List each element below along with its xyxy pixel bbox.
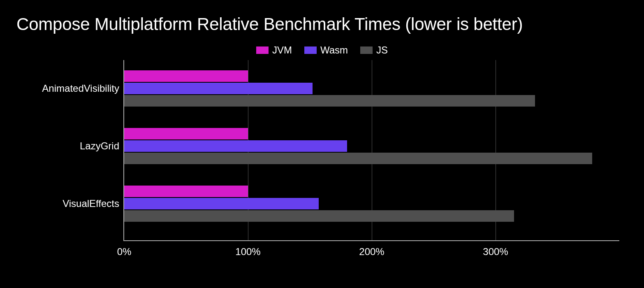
- x-tick-label: 100%: [235, 240, 260, 258]
- chart-legend: JVM Wasm JS: [0, 44, 644, 56]
- legend-label-js: JS: [376, 44, 388, 56]
- y-category-label: VisualEffects: [63, 198, 124, 209]
- x-tick-label: 0%: [117, 240, 132, 258]
- swatch-jvm: [256, 46, 269, 54]
- chart-plot: 0%100%200%300%AnimatedVisibilityLazyGrid…: [123, 60, 619, 241]
- bar-jvm: [124, 186, 248, 197]
- bar-jvm: [124, 70, 248, 82]
- x-tick-label: 300%: [483, 240, 508, 258]
- bar-jvm: [124, 128, 248, 139]
- legend-item-jvm: JVM: [256, 44, 292, 56]
- swatch-wasm: [304, 46, 317, 54]
- bar-wasm: [124, 140, 347, 152]
- bar-wasm: [124, 198, 319, 209]
- legend-label-jvm: JVM: [272, 44, 292, 56]
- chart-title: Compose Multiplatform Relative Benchmark…: [0, 0, 644, 34]
- bar-js: [124, 153, 592, 164]
- swatch-js: [360, 46, 373, 54]
- legend-label-wasm: Wasm: [320, 44, 348, 56]
- bar-wasm: [124, 83, 313, 94]
- y-category-label: AnimatedVisibility: [42, 83, 124, 94]
- chart-plot-area: 0%100%200%300%AnimatedVisibilityLazyGrid…: [123, 60, 619, 241]
- y-category-label: LazyGrid: [80, 140, 124, 152]
- legend-item-wasm: Wasm: [304, 44, 348, 56]
- bar-js: [124, 210, 514, 222]
- legend-item-js: JS: [360, 44, 388, 56]
- x-tick-label: 200%: [359, 240, 384, 258]
- bar-js: [124, 95, 535, 107]
